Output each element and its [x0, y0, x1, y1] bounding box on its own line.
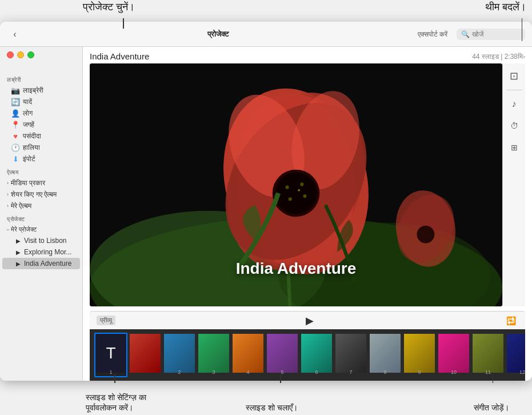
- chevron-media-type: ›: [7, 180, 9, 186]
- sidebar-project-india[interactable]: ▶ India Adventure: [2, 258, 80, 269]
- filmstrip-slide-11[interactable]: 10: [437, 333, 470, 377]
- back-button[interactable]: ‹: [7, 26, 23, 42]
- sidebar-group-media-type[interactable]: › मीडिया प्रकार: [2, 177, 80, 189]
- sidebar-item-people[interactable]: 👤 लोग: [2, 107, 80, 119]
- export-button[interactable]: एक्सपोर्ट करें: [413, 28, 452, 41]
- toolbar: ‹ प्रोजेक्ट एक्सपोर्ट करें 🔍: [0, 22, 532, 47]
- filmstrip-slide-2[interactable]: [129, 333, 162, 377]
- svg-point-16: [298, 189, 300, 191]
- svg-point-14: [303, 194, 306, 198]
- toolbar-title: प्रोजेक्ट: [27, 30, 409, 39]
- filmstrip-slide-1[interactable]: T 1: [94, 333, 127, 377]
- callout-play-slideshow: स्लाइड शो चलाएँ।: [246, 403, 298, 412]
- svg-point-12: [285, 185, 289, 189]
- svg-point-11: [275, 173, 317, 214]
- search-input[interactable]: [472, 30, 521, 38]
- filmstrip: T 1 2 3 4: [90, 329, 525, 381]
- body-area: लब्रेरी 📷 लाइब्रेरी 🔄 यादें 👤 लोग 📍 जगहे…: [0, 47, 532, 381]
- people-icon: 👤: [11, 109, 19, 117]
- library-icon: 📷: [11, 86, 19, 94]
- search-bar: 🔍: [457, 29, 525, 40]
- crop-icon[interactable]: ⊞: [505, 138, 523, 157]
- project-meta: 44 स्लाइड | 2:38मि॰: [472, 53, 525, 61]
- slideshow-view-icon[interactable]: ⊡: [505, 67, 523, 85]
- project-header: India Adventure 44 स्लाइड | 2:38मि॰: [83, 47, 532, 63]
- preview-container: India Adventure ⊡ ♪ ⏱ ⊞: [90, 63, 525, 306]
- svg-point-13: [300, 182, 303, 186]
- close-button[interactable]: [7, 51, 14, 58]
- minimize-button[interactable]: [17, 51, 24, 58]
- filmstrip-slide-12[interactable]: 11: [471, 333, 505, 377]
- sidebar-project-exploring[interactable]: ▶ Exploring Mor...: [2, 246, 80, 258]
- sidebar-item-import[interactable]: ⬇ इंपोर्ट: [2, 153, 80, 165]
- sidebar-section-library: लब्रेरी: [0, 72, 82, 85]
- chevron-shared: ›: [7, 191, 9, 197]
- search-icon: 🔍: [461, 30, 470, 38]
- sidebar: लब्रेरी 📷 लाइब्रेरी 🔄 यादें 👤 लोग 📍 जगहे…: [0, 47, 83, 381]
- svg-point-15: [289, 197, 292, 201]
- project-icon-exploring: ▶: [16, 249, 21, 256]
- right-panel-divider: [506, 90, 522, 90]
- recent-icon: 🕐: [11, 143, 19, 151]
- filmstrip-slide-7[interactable]: 6: [300, 333, 333, 377]
- traffic-lights: [7, 51, 34, 58]
- sidebar-item-favorites[interactable]: ♥ पसंदीदा: [2, 130, 80, 142]
- project-icon-lisbon: ▶: [16, 238, 21, 244]
- callout-preview-settings: स्लाइड शो सेटिंग्ज़ का पूर्वावलोकन करें।: [86, 393, 146, 412]
- callout-add-music: संगीत जोड़ें।: [474, 403, 509, 412]
- sidebar-group-my-albums[interactable]: › मेरे ऐल्बम: [2, 200, 80, 212]
- filmstrip-slide-13[interactable]: 12: [506, 333, 525, 377]
- main-window: ‹ प्रोजेक्ट एक्सपोर्ट करें 🔍 लब्रेरी 📷 ल…: [0, 22, 532, 381]
- memories-icon: 🔄: [11, 98, 19, 106]
- sidebar-my-projects-label: मेरे प्रोजेक्ट: [11, 226, 37, 233]
- sidebar-section-albums: ऐल्बम: [0, 165, 82, 177]
- music-icon[interactable]: ♪: [505, 95, 523, 113]
- sidebar-group-shared-albums[interactable]: › शेयर किए गए ऐल्बम: [2, 189, 80, 200]
- filmstrip-slide-3[interactable]: 2: [163, 333, 196, 377]
- slideshow-preview[interactable]: India Adventure: [90, 63, 502, 306]
- clock-icon[interactable]: ⏱: [505, 117, 523, 135]
- filmstrip-slide-4[interactable]: 3: [197, 333, 230, 377]
- title-slide-indicator: T: [95, 334, 126, 373]
- sidebar-item-recent[interactable]: 🕐 हालिया: [2, 142, 80, 153]
- svg-point-19: [417, 226, 434, 244]
- chevron-projects: ›: [5, 229, 11, 230]
- filmstrip-slide-8[interactable]: 7: [334, 333, 367, 377]
- sidebar-item-places[interactable]: 📍 जगहें: [2, 119, 80, 130]
- project-icon-india: ▶: [16, 261, 21, 267]
- favorites-icon: ♥: [11, 132, 19, 140]
- sidebar-project-lisbon[interactable]: ▶ Visit to Lisbon: [2, 235, 80, 246]
- slide-title-overlay: India Adventure: [236, 260, 357, 278]
- filmstrip-slide-6[interactable]: 5: [266, 333, 299, 377]
- import-icon: ⬇: [11, 155, 19, 163]
- preview-label: प्रीव्यू: [97, 316, 115, 325]
- sidebar-section-projects: प्रोजेक्ट: [0, 212, 82, 224]
- loop-button[interactable]: 🔁: [503, 313, 518, 328]
- right-panel: ⊡ ♪ ⏱ ⊞: [502, 63, 525, 306]
- chevron-my-albums: ›: [7, 203, 9, 209]
- sidebar-item-library[interactable]: 📷 लाइब्रेरी: [2, 85, 80, 96]
- sidebar-item-memories[interactable]: 🔄 यादें: [2, 96, 80, 107]
- content-panel: India Adventure 44 स्लाइड | 2:38मि॰: [83, 47, 532, 381]
- sidebar-group-my-projects[interactable]: › मेरे प्रोजेक्ट: [2, 224, 80, 235]
- project-title: India Adventure: [90, 51, 149, 61]
- callout-change-theme: थीम बदलें।: [485, 1, 526, 13]
- filmstrip-slide-9[interactable]: 8: [369, 333, 402, 377]
- places-icon: 📍: [11, 121, 19, 129]
- callout-choose-project: प्रोजेक्ट चुनें।: [83, 1, 135, 13]
- filmstrip-slide-10[interactable]: 9: [403, 333, 436, 377]
- controls-bar: प्रीव्यू ▶ 🔁: [90, 311, 525, 329]
- play-button[interactable]: ▶: [302, 313, 317, 328]
- filmstrip-slide-5[interactable]: 4: [231, 333, 265, 377]
- fullscreen-button[interactable]: [27, 51, 34, 58]
